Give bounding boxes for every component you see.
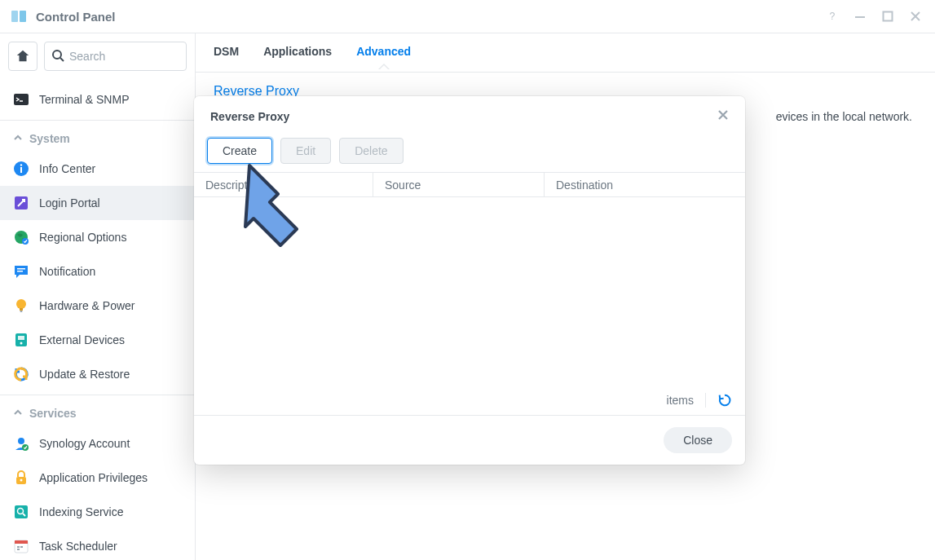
terminal-icon <box>13 91 29 108</box>
sidebar-item-info-center[interactable]: Info Center <box>0 152 195 186</box>
dialog-close-icon[interactable] <box>717 108 729 125</box>
sidebar-item-label: Terminal & SNMP <box>39 93 129 106</box>
sidebar: Terminal & SNMP System Info Center Login… <box>0 33 196 560</box>
svg-point-26 <box>20 479 23 482</box>
tab-advanced[interactable]: Advanced <box>356 33 411 72</box>
index-icon <box>13 504 29 520</box>
close-button[interactable]: Close <box>664 427 732 453</box>
refresh-icon[interactable] <box>717 393 732 408</box>
close-icon[interactable] <box>906 7 925 26</box>
sidebar-item-label: Regional Options <box>39 231 126 244</box>
svg-rect-21 <box>18 336 24 340</box>
search-input-wrap[interactable] <box>44 42 187 71</box>
sidebar-item-label: Hardware & Power <box>39 299 135 312</box>
dialog-title: Reverse Proxy <box>210 110 289 123</box>
svg-rect-0 <box>11 11 18 22</box>
group-label: Services <box>29 407 77 420</box>
help-icon[interactable]: ? <box>823 7 842 26</box>
device-icon <box>13 332 29 348</box>
svg-rect-1 <box>20 11 26 22</box>
svg-rect-34 <box>17 549 20 550</box>
sidebar-item-label: Notification <box>39 265 95 278</box>
group-services-header[interactable]: Services <box>0 399 195 426</box>
tab-applications[interactable]: Applications <box>263 33 332 72</box>
sidebar-item-task-scheduler[interactable]: Task Scheduler <box>0 529 195 560</box>
group-system-header[interactable]: System <box>0 124 195 152</box>
chevron-up-icon <box>13 132 23 145</box>
search-icon <box>51 49 64 64</box>
svg-point-17 <box>16 299 26 309</box>
home-button[interactable] <box>8 42 37 71</box>
group-label: System <box>29 132 70 145</box>
sidebar-item-indexing-service[interactable]: Indexing Service <box>0 495 195 529</box>
sidebar-item-label: Login Portal <box>39 196 100 209</box>
svg-rect-33 <box>20 546 23 548</box>
svg-rect-18 <box>20 308 23 311</box>
window-titlebar: Control Panel ? <box>0 0 935 33</box>
help-text: evices in the local network. <box>776 110 912 123</box>
svg-text:?: ? <box>830 11 836 22</box>
svg-rect-3 <box>855 16 865 18</box>
svg-point-5 <box>53 51 61 59</box>
svg-rect-31 <box>15 540 28 544</box>
app-icon <box>10 7 28 25</box>
sidebar-item-terminal-snmp[interactable]: Terminal & SNMP <box>0 82 195 117</box>
svg-point-23 <box>18 438 24 444</box>
edit-button[interactable]: Edit <box>280 138 331 164</box>
svg-rect-32 <box>17 546 20 548</box>
sidebar-item-hardware-power[interactable]: Hardware & Power <box>0 289 195 323</box>
reverse-proxy-dialog: Reverse Proxy Create Edit Delete Descrip… <box>194 96 745 465</box>
portal-icon <box>13 195 29 211</box>
sidebar-item-regional-options[interactable]: Regional Options <box>0 220 195 254</box>
sidebar-item-synology-account[interactable]: Synology Account <box>0 426 195 461</box>
chat-icon <box>13 263 29 280</box>
sidebar-item-notification[interactable]: Notification <box>0 254 195 289</box>
window-title: Control Panel <box>36 10 116 24</box>
delete-button[interactable]: Delete <box>339 138 403 164</box>
sidebar-item-label: Synology Account <box>39 437 130 450</box>
svg-rect-10 <box>20 167 22 173</box>
sidebar-item-label: External Devices <box>39 333 125 346</box>
sidebar-item-label: Info Center <box>39 162 95 175</box>
reverse-proxy-table: Description Source Destination items <box>194 172 745 416</box>
sidebar-item-label: Update & Restore <box>39 368 130 381</box>
svg-rect-4 <box>884 12 893 21</box>
svg-rect-27 <box>15 505 28 518</box>
sidebar-item-update-restore[interactable]: Update & Restore <box>0 357 195 391</box>
bulb-icon <box>13 298 29 314</box>
calendar-icon <box>13 538 29 554</box>
create-button[interactable]: Create <box>207 138 272 164</box>
svg-rect-19 <box>20 311 23 312</box>
svg-line-6 <box>60 58 64 61</box>
globe-icon <box>13 229 29 245</box>
chevron-up-icon <box>13 407 23 420</box>
sidebar-item-label: Application Privileges <box>39 471 148 484</box>
svg-rect-7 <box>14 94 29 105</box>
tab-dsm[interactable]: DSM <box>214 33 239 72</box>
sidebar-item-application-privileges[interactable]: Application Privileges <box>0 461 195 495</box>
minimize-icon[interactable] <box>850 7 870 26</box>
column-header-description[interactable]: Description <box>194 173 373 196</box>
sidebar-item-label: Indexing Service <box>39 505 124 518</box>
update-icon <box>13 366 29 382</box>
lock-icon <box>13 470 29 486</box>
svg-point-22 <box>20 342 23 345</box>
svg-rect-15 <box>17 268 25 270</box>
search-input[interactable] <box>69 50 179 63</box>
tabs: DSM Applications Advanced <box>196 33 935 73</box>
column-header-destination[interactable]: Destination <box>545 173 745 196</box>
maximize-icon[interactable] <box>878 7 898 26</box>
table-items-label: items <box>667 394 694 407</box>
info-icon <box>13 161 29 177</box>
account-icon <box>13 435 29 452</box>
sidebar-item-login-portal[interactable]: Login Portal <box>0 186 195 220</box>
column-header-source[interactable]: Source <box>373 173 545 196</box>
sidebar-item-label: Task Scheduler <box>39 540 117 553</box>
sidebar-item-external-devices[interactable]: External Devices <box>0 323 195 357</box>
svg-point-11 <box>20 164 22 165</box>
svg-rect-16 <box>17 271 23 272</box>
